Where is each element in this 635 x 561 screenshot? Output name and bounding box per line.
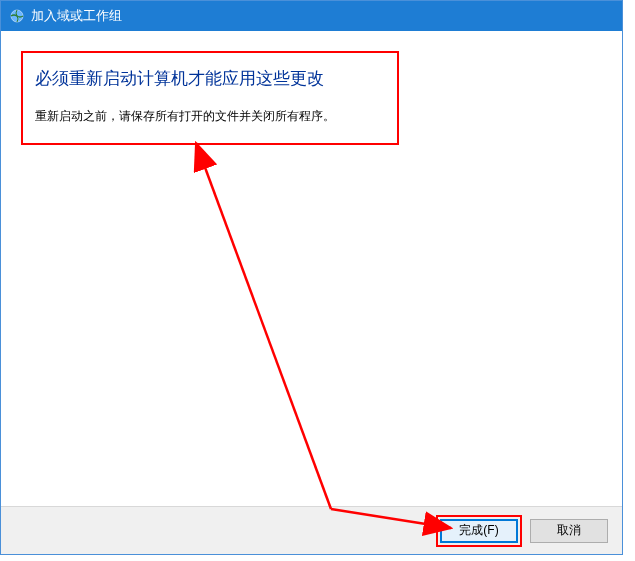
highlighted-message: 必须重新启动计算机才能应用这些更改 重新启动之前，请保存所有打开的文件并关闭所有…: [21, 51, 399, 145]
titlebar: 加入域或工作组: [1, 1, 622, 31]
dialog-window: 加入域或工作组 必须重新启动计算机才能应用这些更改 重新启动之前，请保存所有打开…: [0, 0, 623, 555]
finish-highlight: 完成(F): [436, 515, 522, 547]
network-icon: [9, 8, 25, 24]
dialog-footer: 完成(F) 取消: [1, 506, 622, 554]
window-title: 加入域或工作组: [31, 7, 122, 25]
cancel-button[interactable]: 取消: [530, 519, 608, 543]
restart-heading: 必须重新启动计算机才能应用这些更改: [35, 67, 385, 90]
restart-subtext: 重新启动之前，请保存所有打开的文件并关闭所有程序。: [35, 108, 385, 125]
finish-button[interactable]: 完成(F): [440, 519, 518, 543]
content-area: 必须重新启动计算机才能应用这些更改 重新启动之前，请保存所有打开的文件并关闭所有…: [1, 31, 622, 507]
